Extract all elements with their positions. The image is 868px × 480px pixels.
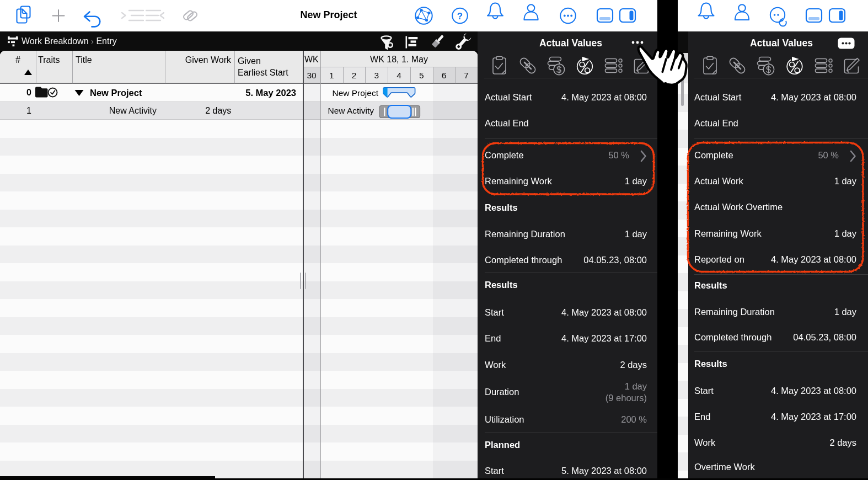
svg-text:?: ? <box>457 11 463 22</box>
